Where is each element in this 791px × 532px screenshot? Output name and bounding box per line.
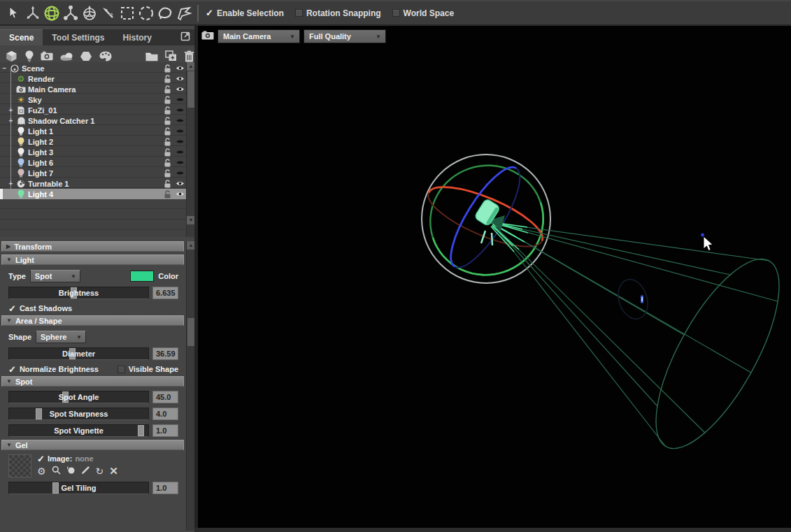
tree-row-light-2[interactable]: Light 2 <box>0 136 186 147</box>
light-type-dropdown[interactable]: Spot ▼ <box>30 270 80 282</box>
lock-icon[interactable] <box>162 190 173 199</box>
rotate-tool-icon[interactable] <box>42 3 61 22</box>
lock-icon[interactable] <box>162 138 173 146</box>
lock-icon[interactable] <box>162 117 173 125</box>
eye-closed-icon[interactable] <box>173 138 186 145</box>
eye-closed-icon[interactable] <box>173 96 186 103</box>
shape-dropdown[interactable]: Sphere ▼ <box>36 331 86 343</box>
expander-icon[interactable]: + <box>6 178 15 189</box>
remove-icon[interactable]: ✕ <box>109 465 118 477</box>
quality-select-dropdown[interactable]: Full Quality ▼ <box>304 29 386 43</box>
brightness-slider[interactable]: Brightness <box>8 287 149 299</box>
select-tool-icon[interactable] <box>4 3 23 22</box>
trash-icon[interactable] <box>184 50 194 62</box>
popout-panel-icon[interactable] <box>180 31 190 44</box>
pencil-icon[interactable] <box>81 465 90 477</box>
spot-angle-slider[interactable]: Spot Angle <box>8 391 149 403</box>
scrollbar-thumb[interactable] <box>187 71 194 108</box>
tree-row-main-camera[interactable]: Main Camera <box>0 84 186 94</box>
tree-row-light-6[interactable]: Light 6 <box>0 157 186 168</box>
spot-sharpness-value[interactable]: 4.0 <box>152 408 178 420</box>
gear-icon[interactable]: ⚙ <box>37 466 46 477</box>
light-icon[interactable] <box>24 50 34 62</box>
rotation-snapping-checkbox[interactable]: Rotation Snapping <box>295 8 381 18</box>
lock-icon[interactable] <box>162 106 173 115</box>
ellipse-marquee-tool-icon[interactable] <box>136 3 155 22</box>
sphere-preview-icon[interactable] <box>66 465 76 477</box>
tree-scrollbar[interactable]: ▲ ▼ <box>186 62 194 237</box>
eye-closed-icon[interactable] <box>173 107 186 113</box>
duplicate-icon[interactable] <box>165 50 177 62</box>
tree-row-shadow-catcher-1[interactable]: + Shadow Catcher 1 <box>0 115 186 126</box>
eye-closed-icon[interactable] <box>173 159 186 166</box>
lock-icon[interactable] <box>162 96 173 104</box>
eye-closed-icon[interactable] <box>173 117 186 124</box>
tree-row-light-4-selected[interactable]: Light 4 <box>0 189 186 199</box>
viewport-3d[interactable]: Main Camera ▼ Full Quality ▼ <box>198 26 791 528</box>
gel-tiling-slider[interactable]: Gel Tiling <box>8 482 149 494</box>
gel-tiling-value[interactable]: 1.0 <box>152 482 178 494</box>
lock-icon[interactable] <box>162 169 173 178</box>
tab-scene[interactable]: Scene <box>0 29 43 45</box>
properties-scrollbar[interactable]: ▲ <box>186 241 194 531</box>
scrollbar-thumb[interactable] <box>187 318 194 346</box>
lasso-tool-icon[interactable] <box>155 3 174 22</box>
eye-open-icon[interactable] <box>173 180 186 187</box>
tree-row-scene[interactable]: − Scene <box>0 63 186 73</box>
move-tool-icon[interactable] <box>23 3 42 22</box>
spot-sharpness-slider[interactable]: Spot Sharpness <box>8 408 149 420</box>
lock-icon[interactable] <box>162 159 173 167</box>
tree-row-render[interactable]: ⚙ Render <box>0 73 186 84</box>
camera-select-dropdown[interactable]: Main Camera ▼ <box>218 29 300 43</box>
eye-open-icon[interactable] <box>173 65 186 71</box>
expander-icon[interactable]: − <box>0 63 9 73</box>
eye-open-icon[interactable] <box>173 86 186 92</box>
lock-icon[interactable] <box>162 148 173 157</box>
tree-row-light-1[interactable]: Light 1 <box>0 126 186 136</box>
tab-history[interactable]: History <box>113 29 160 45</box>
diameter-slider[interactable]: Diameter <box>8 347 149 360</box>
folder-icon[interactable] <box>145 50 158 62</box>
plane-icon[interactable] <box>80 50 92 62</box>
lock-icon[interactable] <box>162 180 173 188</box>
panel-divider[interactable] <box>194 26 198 528</box>
eye-open-icon[interactable] <box>173 191 186 197</box>
tree-row-sky[interactable]: ☀ Sky <box>0 94 186 105</box>
enable-selection-checkbox[interactable]: ✓ Enable Selection <box>206 8 284 18</box>
section-area-shape[interactable]: ▼ Area / Shape <box>1 315 184 326</box>
environment-icon[interactable] <box>60 50 73 62</box>
camera-icon[interactable] <box>41 50 53 62</box>
eye-closed-icon[interactable] <box>173 128 186 134</box>
lock-icon[interactable] <box>162 64 173 73</box>
world-space-checkbox[interactable]: World Space <box>392 8 454 18</box>
section-spot[interactable]: ▼ Spot <box>1 376 184 387</box>
tree-row-fuzi-01[interactable]: + FuZi_01 <box>0 105 186 115</box>
model-icon[interactable] <box>6 50 17 62</box>
spot-vignette-slider[interactable]: Spot Vignette <box>8 424 149 437</box>
refresh-icon[interactable]: ↻ <box>96 466 104 477</box>
tab-tool-settings[interactable]: Tool Settings <box>43 29 113 45</box>
wand-tool-icon[interactable] <box>99 3 117 22</box>
universal-transform-tool-icon[interactable] <box>80 3 99 22</box>
diameter-value[interactable]: 36.59 <box>152 347 178 360</box>
brightness-value[interactable]: 6.635 <box>152 287 178 299</box>
section-transform[interactable]: ▶ Transform <box>1 241 184 252</box>
spot-angle-value[interactable]: 45.0 <box>152 391 178 403</box>
normalize-brightness-checkbox[interactable]: Normalize Brightness <box>20 365 99 373</box>
lock-icon[interactable] <box>162 85 173 94</box>
gel-image-thumbnail[interactable] <box>8 454 31 477</box>
tree-row-light-3[interactable]: Light 3 <box>0 147 186 157</box>
visible-shape-checkbox[interactable]: Visible Shape <box>129 365 178 373</box>
gel-image-checkbox[interactable]: ✓ Image: none <box>37 454 118 463</box>
expander-icon[interactable]: + <box>6 115 15 126</box>
tree-row-turntable-1[interactable]: + Turntable 1 <box>0 178 186 189</box>
eye-open-icon[interactable] <box>173 76 186 82</box>
light-color-swatch[interactable] <box>130 271 154 282</box>
polygon-lasso-tool-icon[interactable] <box>174 3 193 22</box>
magnifier-icon[interactable] <box>52 465 61 477</box>
scale-tool-icon[interactable] <box>61 3 80 22</box>
cast-shadows-checkbox[interactable]: ✓ Cast Shadows <box>8 304 178 312</box>
eye-closed-icon[interactable] <box>173 170 186 176</box>
section-gel[interactable]: ▼ Gel <box>1 440 184 450</box>
spot-vignette-value[interactable]: 1.0 <box>152 424 178 437</box>
